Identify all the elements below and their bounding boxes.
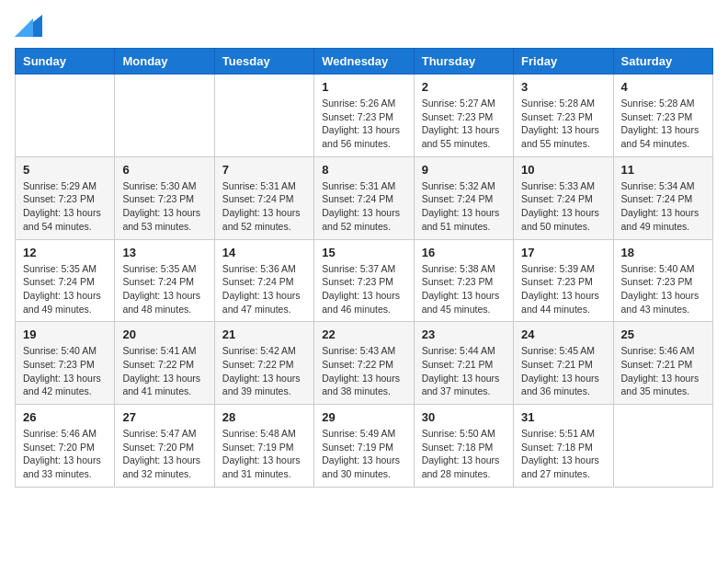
calendar-cell: 12Sunrise: 5:35 AM Sunset: 7:24 PM Dayli… xyxy=(16,239,115,322)
calendar-cell xyxy=(115,75,214,157)
day-number: 16 xyxy=(422,246,506,259)
day-info: Sunrise: 5:28 AM Sunset: 7:23 PM Dayligh… xyxy=(621,97,705,151)
day-info: Sunrise: 5:26 AM Sunset: 7:23 PM Dayligh… xyxy=(322,97,405,151)
day-number: 9 xyxy=(422,163,506,177)
day-number: 15 xyxy=(322,246,405,259)
calendar-cell: 3Sunrise: 5:28 AM Sunset: 7:23 PM Daylig… xyxy=(514,75,613,157)
calendar-cell: 31Sunrise: 5:51 AM Sunset: 7:18 PM Dayli… xyxy=(514,405,613,488)
day-of-week-header: Sunday xyxy=(16,49,115,75)
day-number: 19 xyxy=(23,327,107,341)
calendar-cell: 15Sunrise: 5:37 AM Sunset: 7:23 PM Dayli… xyxy=(314,239,414,322)
calendar-header-row: SundayMondayTuesdayWednesdayThursdayFrid… xyxy=(16,49,713,75)
day-number: 31 xyxy=(521,410,605,424)
calendar-cell: 5Sunrise: 5:29 AM Sunset: 7:23 PM Daylig… xyxy=(16,156,115,239)
calendar-cell: 1Sunrise: 5:26 AM Sunset: 7:23 PM Daylig… xyxy=(314,75,414,157)
day-info: Sunrise: 5:35 AM Sunset: 7:24 PM Dayligh… xyxy=(122,262,206,316)
day-number: 2 xyxy=(422,80,506,94)
day-number: 8 xyxy=(322,163,405,177)
calendar-cell: 24Sunrise: 5:45 AM Sunset: 7:21 PM Dayli… xyxy=(514,322,613,405)
day-number: 26 xyxy=(23,410,107,424)
day-info: Sunrise: 5:50 AM Sunset: 7:18 PM Dayligh… xyxy=(422,427,506,481)
calendar-week-row: 26Sunrise: 5:46 AM Sunset: 7:20 PM Dayli… xyxy=(16,405,713,488)
calendar-week-row: 1Sunrise: 5:26 AM Sunset: 7:23 PM Daylig… xyxy=(16,75,713,157)
day-info: Sunrise: 5:37 AM Sunset: 7:23 PM Dayligh… xyxy=(322,262,405,316)
logo xyxy=(15,15,46,37)
day-info: Sunrise: 5:43 AM Sunset: 7:22 PM Dayligh… xyxy=(322,344,405,398)
day-number: 21 xyxy=(222,327,306,341)
day-number: 28 xyxy=(222,410,306,424)
day-info: Sunrise: 5:49 AM Sunset: 7:19 PM Dayligh… xyxy=(322,427,405,481)
day-of-week-header: Thursday xyxy=(414,49,513,75)
day-number: 13 xyxy=(122,246,206,259)
day-of-week-header: Tuesday xyxy=(214,49,313,75)
day-of-week-header: Friday xyxy=(514,49,613,75)
day-number: 25 xyxy=(621,327,705,341)
svg-marker-1 xyxy=(15,18,33,37)
day-number: 22 xyxy=(322,327,405,341)
day-number: 23 xyxy=(422,327,506,341)
day-of-week-header: Wednesday xyxy=(314,49,414,75)
page-header xyxy=(15,15,713,37)
day-info: Sunrise: 5:38 AM Sunset: 7:23 PM Dayligh… xyxy=(422,262,506,316)
day-number: 29 xyxy=(322,410,405,424)
calendar-cell: 20Sunrise: 5:41 AM Sunset: 7:22 PM Dayli… xyxy=(115,322,214,405)
calendar-cell: 29Sunrise: 5:49 AM Sunset: 7:19 PM Dayli… xyxy=(314,405,414,488)
day-info: Sunrise: 5:48 AM Sunset: 7:19 PM Dayligh… xyxy=(222,427,306,481)
day-info: Sunrise: 5:28 AM Sunset: 7:23 PM Dayligh… xyxy=(521,97,605,151)
day-number: 3 xyxy=(521,80,605,94)
calendar-week-row: 19Sunrise: 5:40 AM Sunset: 7:23 PM Dayli… xyxy=(16,322,713,405)
calendar-cell: 2Sunrise: 5:27 AM Sunset: 7:23 PM Daylig… xyxy=(414,75,513,157)
day-info: Sunrise: 5:39 AM Sunset: 7:23 PM Dayligh… xyxy=(521,262,605,316)
day-number: 5 xyxy=(23,163,107,177)
day-number: 1 xyxy=(322,80,405,94)
day-info: Sunrise: 5:31 AM Sunset: 7:24 PM Dayligh… xyxy=(322,179,405,234)
calendar-cell: 6Sunrise: 5:30 AM Sunset: 7:23 PM Daylig… xyxy=(115,156,214,239)
day-info: Sunrise: 5:35 AM Sunset: 7:24 PM Dayligh… xyxy=(23,262,107,316)
calendar-cell: 23Sunrise: 5:44 AM Sunset: 7:21 PM Dayli… xyxy=(414,322,513,405)
day-info: Sunrise: 5:47 AM Sunset: 7:20 PM Dayligh… xyxy=(122,427,206,481)
day-number: 30 xyxy=(422,410,506,424)
calendar-cell: 25Sunrise: 5:46 AM Sunset: 7:21 PM Dayli… xyxy=(613,322,712,405)
calendar-cell: 10Sunrise: 5:33 AM Sunset: 7:24 PM Dayli… xyxy=(514,156,613,239)
calendar-cell: 30Sunrise: 5:50 AM Sunset: 7:18 PM Dayli… xyxy=(414,405,513,488)
day-info: Sunrise: 5:32 AM Sunset: 7:24 PM Dayligh… xyxy=(422,179,506,234)
calendar-cell: 16Sunrise: 5:38 AM Sunset: 7:23 PM Dayli… xyxy=(414,239,513,322)
day-info: Sunrise: 5:36 AM Sunset: 7:24 PM Dayligh… xyxy=(222,262,306,316)
calendar-cell: 7Sunrise: 5:31 AM Sunset: 7:24 PM Daylig… xyxy=(214,156,313,239)
day-info: Sunrise: 5:30 AM Sunset: 7:23 PM Dayligh… xyxy=(122,179,206,234)
calendar-cell: 17Sunrise: 5:39 AM Sunset: 7:23 PM Dayli… xyxy=(514,239,613,322)
day-info: Sunrise: 5:45 AM Sunset: 7:21 PM Dayligh… xyxy=(521,344,605,398)
calendar-cell: 19Sunrise: 5:40 AM Sunset: 7:23 PM Dayli… xyxy=(16,322,115,405)
calendar-cell: 18Sunrise: 5:40 AM Sunset: 7:23 PM Dayli… xyxy=(613,239,712,322)
calendar-cell: 26Sunrise: 5:46 AM Sunset: 7:20 PM Dayli… xyxy=(16,405,115,488)
day-number: 17 xyxy=(521,246,605,259)
day-info: Sunrise: 5:51 AM Sunset: 7:18 PM Dayligh… xyxy=(521,427,605,481)
day-info: Sunrise: 5:40 AM Sunset: 7:23 PM Dayligh… xyxy=(23,344,107,398)
day-number: 10 xyxy=(521,163,605,177)
day-number: 11 xyxy=(621,163,705,177)
calendar-cell: 14Sunrise: 5:36 AM Sunset: 7:24 PM Dayli… xyxy=(214,239,313,322)
logo-icon xyxy=(15,15,42,37)
calendar-cell: 11Sunrise: 5:34 AM Sunset: 7:24 PM Dayli… xyxy=(613,156,712,239)
day-info: Sunrise: 5:44 AM Sunset: 7:21 PM Dayligh… xyxy=(422,344,506,398)
calendar-cell xyxy=(613,405,712,488)
day-of-week-header: Saturday xyxy=(613,49,712,75)
calendar-cell: 4Sunrise: 5:28 AM Sunset: 7:23 PM Daylig… xyxy=(613,75,712,157)
day-number: 14 xyxy=(222,246,306,259)
day-of-week-header: Monday xyxy=(115,49,214,75)
day-info: Sunrise: 5:46 AM Sunset: 7:20 PM Dayligh… xyxy=(23,427,107,481)
day-number: 12 xyxy=(23,246,107,259)
calendar-cell xyxy=(16,75,115,157)
calendar-week-row: 5Sunrise: 5:29 AM Sunset: 7:23 PM Daylig… xyxy=(16,156,713,239)
calendar-cell: 27Sunrise: 5:47 AM Sunset: 7:20 PM Dayli… xyxy=(115,405,214,488)
day-number: 4 xyxy=(621,80,705,94)
day-info: Sunrise: 5:33 AM Sunset: 7:24 PM Dayligh… xyxy=(521,179,605,234)
calendar-cell: 8Sunrise: 5:31 AM Sunset: 7:24 PM Daylig… xyxy=(314,156,414,239)
day-info: Sunrise: 5:31 AM Sunset: 7:24 PM Dayligh… xyxy=(222,179,306,234)
calendar-cell: 21Sunrise: 5:42 AM Sunset: 7:22 PM Dayli… xyxy=(214,322,313,405)
day-info: Sunrise: 5:34 AM Sunset: 7:24 PM Dayligh… xyxy=(621,179,705,234)
day-info: Sunrise: 5:42 AM Sunset: 7:22 PM Dayligh… xyxy=(222,344,306,398)
day-number: 6 xyxy=(122,163,206,177)
calendar-cell: 22Sunrise: 5:43 AM Sunset: 7:22 PM Dayli… xyxy=(314,322,414,405)
day-number: 27 xyxy=(122,410,206,424)
